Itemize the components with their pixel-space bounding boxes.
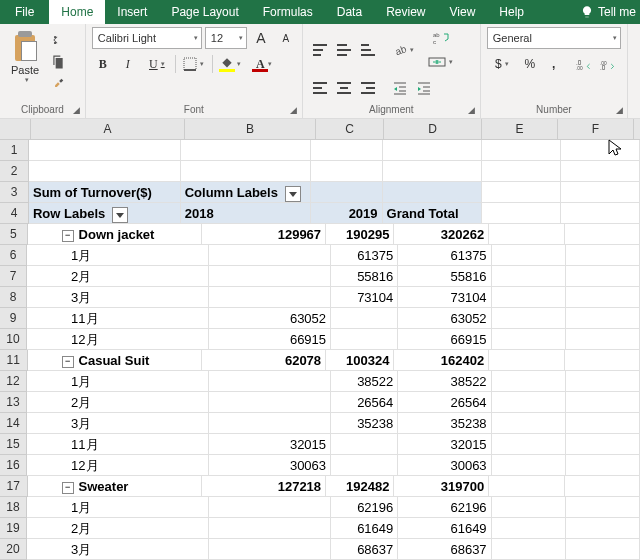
cell[interactable]: 26564	[331, 392, 398, 413]
cell[interactable]: Column Labels	[181, 182, 311, 203]
cell[interactable]	[492, 539, 566, 560]
cell[interactable]: 32015	[398, 434, 491, 455]
cell[interactable]: 26564	[398, 392, 491, 413]
row-header[interactable]: 16	[0, 455, 27, 476]
cell[interactable]: 35238	[331, 413, 398, 434]
cell[interactable]	[492, 308, 566, 329]
cell[interactable]	[492, 329, 566, 350]
merge-center-button[interactable]: ▾	[427, 51, 455, 73]
cell[interactable]: 3月	[27, 287, 209, 308]
worksheet-grid[interactable]: A B C D E F 123Sum of Turnover($)Column …	[0, 119, 640, 560]
cell[interactable]	[311, 140, 383, 161]
cell[interactable]	[209, 266, 331, 287]
align-right-button[interactable]	[357, 77, 379, 99]
cell[interactable]	[492, 287, 566, 308]
font-launcher[interactable]: ◢	[288, 104, 300, 116]
cell[interactable]: 129967	[202, 224, 326, 245]
cell[interactable]	[561, 140, 640, 161]
increase-indent-button[interactable]	[413, 77, 435, 99]
cell[interactable]	[492, 518, 566, 539]
column-filter-toggle[interactable]	[285, 186, 301, 202]
cell[interactable]	[566, 245, 640, 266]
cell[interactable]: 32015	[209, 434, 331, 455]
cell[interactable]: 62196	[398, 497, 491, 518]
tab-home[interactable]: Home	[49, 0, 105, 24]
cell[interactable]	[565, 224, 640, 245]
cell[interactable]	[482, 203, 561, 224]
cell[interactable]	[209, 497, 331, 518]
alignment-launcher[interactable]: ◢	[466, 104, 478, 116]
cell[interactable]	[561, 161, 640, 182]
col-header-b[interactable]: B	[185, 119, 316, 139]
cell[interactable]: −Sweater	[28, 476, 202, 497]
format-painter-button[interactable]	[48, 74, 68, 94]
cut-button[interactable]	[48, 30, 68, 50]
tab-data[interactable]: Data	[325, 0, 374, 24]
cell[interactable]	[561, 182, 640, 203]
cell[interactable]	[561, 203, 640, 224]
col-header-c[interactable]: C	[316, 119, 384, 139]
cell[interactable]: 12月	[27, 329, 209, 350]
cell[interactable]	[209, 539, 331, 560]
cell[interactable]	[565, 350, 640, 371]
cell[interactable]: 66915	[209, 329, 331, 350]
row-header[interactable]: 18	[0, 497, 27, 518]
cell[interactable]: 1月	[27, 497, 209, 518]
align-left-button[interactable]	[309, 77, 331, 99]
row-header[interactable]: 9	[0, 308, 27, 329]
cell[interactable]: 68637	[398, 539, 491, 560]
cell[interactable]	[29, 161, 181, 182]
cell[interactable]: 61649	[398, 518, 491, 539]
row-header[interactable]: 4	[0, 203, 29, 224]
col-header-d[interactable]: D	[384, 119, 482, 139]
cell[interactable]: Sum of Turnover($)	[29, 182, 181, 203]
decrease-font-button[interactable]: A	[275, 27, 297, 49]
cell[interactable]	[492, 392, 566, 413]
cell[interactable]	[331, 455, 398, 476]
font-size-combo[interactable]: 12▾	[205, 27, 247, 49]
cell[interactable]: 3月	[27, 539, 209, 560]
cell[interactable]: 73104	[331, 287, 398, 308]
cell[interactable]	[566, 308, 640, 329]
accounting-format-button[interactable]: $▾	[487, 53, 517, 75]
cell[interactable]	[331, 434, 398, 455]
cell[interactable]	[489, 224, 564, 245]
cell[interactable]	[492, 266, 566, 287]
cell[interactable]	[209, 392, 331, 413]
cell[interactable]	[489, 476, 564, 497]
row-header[interactable]: 10	[0, 329, 27, 350]
row-header[interactable]: 14	[0, 413, 27, 434]
decrease-indent-button[interactable]	[389, 77, 411, 99]
cell[interactable]: 320262	[394, 224, 489, 245]
collapse-icon[interactable]: −	[62, 482, 74, 494]
row-header[interactable]: 7	[0, 266, 27, 287]
increase-decimal-button[interactable]: .0.00	[573, 53, 595, 75]
cell[interactable]: 62196	[331, 497, 398, 518]
cell[interactable]: 2月	[27, 266, 209, 287]
cell[interactable]: 55816	[331, 266, 398, 287]
cell[interactable]: 162402	[394, 350, 489, 371]
cell[interactable]	[209, 287, 331, 308]
tell-me[interactable]: Tell me	[576, 0, 640, 24]
cell[interactable]	[492, 371, 566, 392]
font-color-button[interactable]: A▾	[249, 53, 279, 75]
align-bottom-button[interactable]	[357, 39, 379, 61]
cell[interactable]	[566, 392, 640, 413]
row-header[interactable]: 11	[0, 350, 28, 371]
row-header[interactable]: 1	[0, 140, 29, 161]
row-header[interactable]: 15	[0, 434, 27, 455]
cell[interactable]	[181, 161, 311, 182]
cell[interactable]: 63052	[398, 308, 491, 329]
cell[interactable]	[311, 182, 383, 203]
cell[interactable]: 66915	[398, 329, 491, 350]
cell[interactable]: 63052	[209, 308, 331, 329]
cell[interactable]: 11月	[27, 434, 209, 455]
copy-button[interactable]	[48, 52, 68, 72]
cell[interactable]: 12月	[27, 455, 209, 476]
row-header[interactable]: 5	[0, 224, 28, 245]
cell[interactable]	[209, 413, 331, 434]
cell[interactable]: 61375	[398, 245, 491, 266]
cell[interactable]: 100324	[326, 350, 394, 371]
cell[interactable]	[209, 245, 331, 266]
collapse-icon[interactable]: −	[62, 356, 74, 368]
